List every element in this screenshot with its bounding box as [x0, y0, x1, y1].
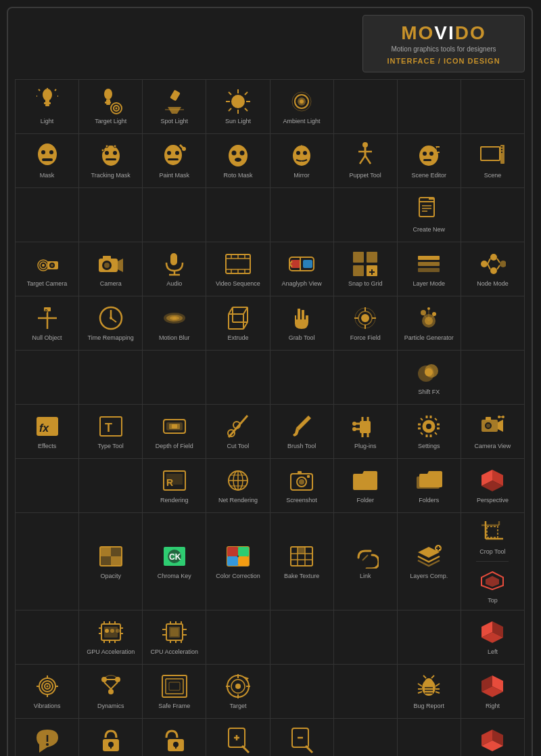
roto-mask-icon-cell[interactable]: Roto Mask — [206, 134, 270, 188]
mirror-icon-cell[interactable]: Mirror — [270, 134, 334, 188]
particle-generator-icon-cell[interactable]: Particle Generator — [398, 296, 461, 351]
plug-ins-icon-cell[interactable]: Plug-ins — [334, 405, 398, 459]
motion-blur-icon-cell[interactable]: Motion Blur — [143, 296, 206, 351]
link-icon-cell[interactable]: Link — [334, 513, 398, 610]
brush-tool-icon-cell[interactable]: Brush Tool — [270, 405, 334, 459]
grab-tool-icon-cell[interactable]: Grab Tool — [270, 296, 334, 351]
rendering-icon-cell[interactable]: R Rendering — [143, 459, 206, 513]
target-label: Target — [229, 703, 246, 710]
perspective-icon-cell[interactable]: Perspective — [461, 459, 525, 513]
audio-icon-cell[interactable]: Audio — [143, 242, 206, 296]
ambient-light-icon-cell[interactable]: Ambient Light — [270, 80, 334, 134]
opacity-icon-cell[interactable]: Opacity — [79, 513, 143, 610]
svg-rect-205 — [298, 471, 302, 474]
opacity-label: Opacity — [100, 573, 121, 580]
bake-texture-icon-cell[interactable]: Bake Texture — [270, 513, 334, 610]
screenshot-icon-cell[interactable]: Screenshot — [270, 459, 334, 513]
safe-frame-icon-cell[interactable]: Safe Frame — [143, 665, 206, 719]
svg-rect-91 — [103, 256, 111, 260]
spot-light-icon-cell[interactable]: Spot Light — [143, 80, 206, 134]
effects-icon-cell[interactable]: fx Effects — [16, 405, 79, 459]
type-tool-label: Type Tool — [98, 443, 124, 450]
layer-mode-icon-cell[interactable]: Layer Mode — [398, 242, 461, 296]
unlock-icon — [161, 727, 188, 754]
svg-point-123 — [500, 261, 506, 267]
empty-r5c8 — [461, 296, 525, 351]
gpu-acceleration-icon-cell[interactable]: GPU Acceleration — [79, 610, 143, 665]
svg-rect-288 — [169, 682, 180, 690]
shift-fx-icon-cell[interactable]: Shift FX — [398, 351, 461, 405]
settings-icon-cell[interactable]: Settings — [398, 405, 461, 459]
left-icon-cell[interactable]: Left — [461, 610, 525, 665]
perspective-icon — [479, 467, 506, 494]
extrude-icon-cell[interactable]: Extrude — [206, 296, 270, 351]
target-camera-icon — [34, 250, 61, 277]
puppet-tool-icon-cell[interactable]: Puppet Tool — [334, 134, 398, 188]
empty-r3c6 — [334, 188, 398, 242]
unlock-icon-cell[interactable]: Unlock — [143, 719, 206, 756]
folder-icon-cell[interactable]: Folder — [334, 459, 398, 513]
force-field-icon-cell[interactable]: Force Field — [334, 296, 398, 351]
layer-mode-label: Layer Mode — [413, 280, 446, 288]
empty-r11c6 — [334, 665, 398, 719]
time-remapping-icon — [97, 305, 124, 332]
light-icon-cell[interactable]: Light — [16, 80, 79, 134]
zoom-out-icon-cell[interactable]: Zoom Out — [270, 719, 334, 756]
video-sequence-icon-cell[interactable]: Video Sequence — [206, 242, 270, 296]
scene-editor-icon-cell[interactable]: Scene Editor — [398, 134, 461, 188]
mask-icon-cell[interactable]: Mask — [16, 134, 79, 188]
puppet-tool-label: Puppet Tool — [350, 172, 381, 179]
type-tool-icon-cell[interactable]: T Type Tool — [79, 405, 143, 459]
svg-point-245 — [116, 629, 120, 633]
target-light-icon-cell[interactable]: Target Light — [79, 80, 143, 134]
color-correction-icon-cell[interactable]: Color Correction — [206, 513, 270, 610]
svg-rect-65 — [423, 159, 431, 161]
target-camera-icon-cell[interactable]: Target Camera — [16, 242, 79, 296]
svg-point-49 — [229, 145, 248, 166]
camera-view-icon-cell[interactable]: Camera View — [461, 405, 525, 459]
cpu-acceleration-icon-cell[interactable]: CPU Acceleration — [143, 610, 206, 665]
anaglyph-view-icon-cell[interactable]: Anaglyph View — [270, 242, 334, 296]
lock-icon-cell[interactable]: Lock — [79, 719, 143, 756]
front-icon-cell[interactable]: Front — [461, 719, 525, 756]
help-icon — [34, 727, 61, 754]
svg-point-182 — [352, 427, 356, 431]
depth-of-field-icon — [161, 413, 188, 440]
paint-mask-icon-cell[interactable]: Paint Mask — [143, 134, 206, 188]
snap-to-grid-label: Snap to Grid — [348, 280, 383, 288]
svg-rect-107 — [303, 260, 312, 268]
top-view-label: Top — [488, 597, 498, 604]
right-view-icon — [479, 673, 506, 700]
sun-light-icon-cell[interactable]: Sun Light — [206, 80, 270, 134]
svg-point-121 — [490, 254, 497, 261]
camera-icon-cell[interactable]: Camera — [79, 242, 143, 296]
tracking-mask-icon-cell[interactable]: Tracking Mask — [79, 134, 143, 188]
svg-point-62 — [419, 146, 438, 166]
svg-marker-240 — [486, 576, 499, 587]
time-remapping-icon-cell[interactable]: Time Remapping — [79, 296, 143, 351]
crop-top-icon-cell[interactable]: Crop Tool Top — [461, 513, 525, 610]
force-field-label: Force Field — [350, 334, 381, 342]
node-mode-icon-cell[interactable]: Node Mode — [461, 242, 525, 296]
folder-label: Folder — [356, 497, 374, 504]
snap-to-grid-icon-cell[interactable]: Snap to Grid — [334, 242, 398, 296]
chroma-key-icon-cell[interactable]: CK Chroma Key — [143, 513, 206, 610]
create-new-icon-cell[interactable]: Create New — [398, 188, 461, 242]
dynamics-icon-cell[interactable]: Dynamics — [79, 665, 143, 719]
brush-tool-icon — [288, 413, 315, 440]
scene-icon-cell[interactable]: Scene — [461, 134, 525, 188]
svg-line-283 — [104, 682, 111, 689]
layers-comp-icon-cell[interactable]: Layers Comp. — [398, 513, 461, 610]
net-rendering-icon-cell[interactable]: Net Rendering — [206, 459, 270, 513]
cut-tool-icon-cell[interactable]: Cut Tool — [206, 405, 270, 459]
time-remapping-label: Time Remapping — [88, 334, 134, 342]
null-object-icon-cell[interactable]: 0 Null Object — [16, 296, 79, 351]
zoom-in-icon-cell[interactable]: Zoom In — [206, 719, 270, 756]
bug-report-icon-cell[interactable]: Bug Report — [398, 665, 461, 719]
right-icon-cell[interactable]: Right — [461, 665, 525, 719]
help-icon-cell[interactable]: Help — [16, 719, 79, 756]
target-icon-cell[interactable]: Target — [206, 665, 270, 719]
folders-icon-cell[interactable]: Folders — [398, 459, 461, 513]
vibrations-icon-cell[interactable]: Vibrations — [16, 665, 79, 719]
depth-of-field-icon-cell[interactable]: Depth of Field — [143, 405, 206, 459]
